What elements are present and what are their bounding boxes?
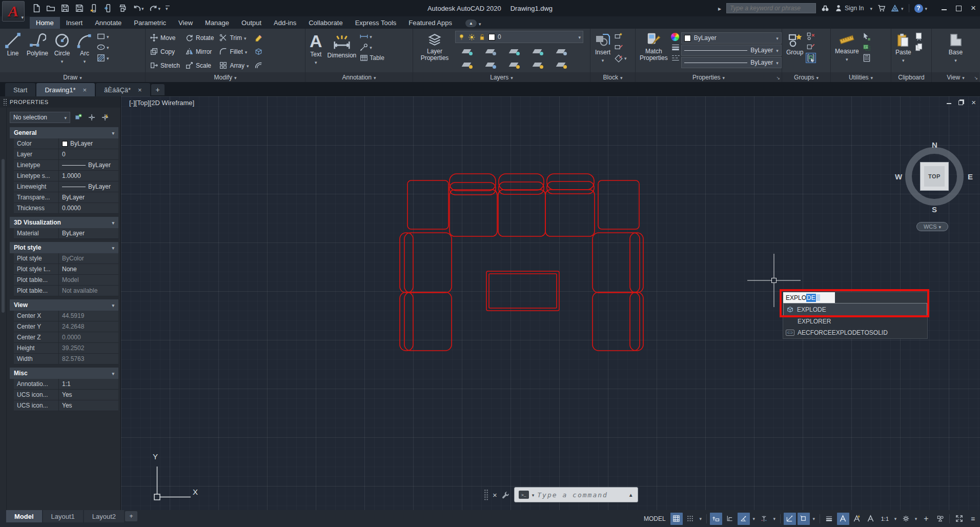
isolate-objects-button[interactable] xyxy=(934,513,946,525)
measure-chevron-icon[interactable] xyxy=(846,56,848,63)
insert-block-button[interactable]: Insert xyxy=(593,31,613,65)
help-search-input[interactable] xyxy=(726,3,816,13)
save-to-mobile-button[interactable] xyxy=(104,4,113,13)
property-value[interactable]: 82.5763 xyxy=(59,354,118,364)
ribbon-tab-parametric[interactable]: Parametric xyxy=(128,17,172,29)
layer-lock-button[interactable] xyxy=(533,48,543,54)
property-row[interactable]: Plot table... Not available xyxy=(14,286,118,296)
redo-button[interactable] xyxy=(149,4,161,13)
new-tab-button[interactable]: + xyxy=(151,84,165,95)
block-attributes-button[interactable] xyxy=(614,53,627,63)
property-value[interactable]: 1.0000 xyxy=(59,171,118,181)
quick-select-button[interactable] xyxy=(862,32,871,41)
property-value[interactable]: 24.2648 xyxy=(59,321,118,332)
leader-chevron-icon[interactable] xyxy=(370,44,372,51)
file-tab-start[interactable]: Start xyxy=(5,83,35,96)
suggestion-explorer[interactable]: EXPLORER xyxy=(783,316,927,327)
lineweight-toggle[interactable] xyxy=(823,513,835,525)
recent-commands-chevron-icon[interactable] xyxy=(532,491,535,498)
wcs-menu-button[interactable]: WCS xyxy=(916,222,948,231)
rectangle-button[interactable] xyxy=(96,32,109,41)
command-customize-wrench-icon[interactable] xyxy=(501,491,510,499)
ribbon-tab-home[interactable]: Home xyxy=(30,17,60,29)
arc-button[interactable]: Arc xyxy=(74,31,95,66)
fillet-button[interactable]: Fillet xyxy=(217,47,251,56)
layout1-tab[interactable]: Layout1 xyxy=(43,510,83,522)
property-value[interactable]: None xyxy=(59,264,118,274)
group-selection-toggle[interactable] xyxy=(806,53,815,63)
ribbon-tab-featured-apps[interactable]: Featured Apps xyxy=(402,17,458,29)
line-button[interactable]: Line xyxy=(2,31,24,58)
open-button[interactable] xyxy=(46,4,55,13)
scale-button[interactable]: Scale xyxy=(183,61,216,70)
autoscale-toggle[interactable] xyxy=(851,513,863,525)
property-row[interactable]: Width 82.5763 xyxy=(14,354,118,364)
property-row[interactable]: Center X 44.5919 xyxy=(14,311,118,321)
groups-panel-label[interactable]: Groups xyxy=(782,72,830,82)
text-chevron-icon[interactable] xyxy=(315,59,317,66)
new-drawing-button[interactable] xyxy=(32,4,41,13)
rotate-button[interactable]: Rotate xyxy=(183,33,216,42)
palette-grip-icon[interactable] xyxy=(3,98,7,106)
group-edit-button[interactable] xyxy=(806,43,815,52)
base-button[interactable]: Base xyxy=(945,31,967,65)
lineweight-chevron-icon[interactable] xyxy=(776,47,779,54)
ellipse-button[interactable] xyxy=(96,43,109,52)
explode-button[interactable] xyxy=(252,47,265,56)
ribbon-tab-annotate[interactable]: Annotate xyxy=(89,17,128,29)
arc-dropdown-chevron-icon[interactable] xyxy=(84,58,86,65)
dynamic-input-toggle[interactable] xyxy=(710,513,722,525)
property-value[interactable]: ByLayer xyxy=(59,160,118,170)
object-snap-tracking-toggle[interactable] xyxy=(784,513,796,525)
grid-toggle[interactable] xyxy=(670,513,683,525)
property-value[interactable]: ByLayer xyxy=(59,192,118,202)
paste-chevron-icon[interactable] xyxy=(902,57,905,64)
ellipse-chevron-icon[interactable] xyxy=(107,44,109,51)
text-button[interactable]: A Text xyxy=(308,31,324,67)
section-header[interactable]: Misc xyxy=(10,368,118,379)
ribbon-tab-view[interactable]: View xyxy=(172,17,199,29)
linetype-combo[interactable]: ByLayer xyxy=(681,57,782,68)
view-panel-label[interactable]: View xyxy=(932,72,979,82)
layer-paint-button[interactable] xyxy=(556,62,566,68)
app-store-button[interactable] xyxy=(877,4,886,12)
snap-toggle[interactable] xyxy=(684,513,697,525)
select-all-button[interactable] xyxy=(862,43,871,52)
property-value[interactable]: 0.0000 xyxy=(59,332,118,342)
property-row[interactable]: Center Z 0.0000 xyxy=(14,332,118,343)
section-header[interactable]: 3D Visualization xyxy=(10,217,118,228)
linetype-chevron-icon[interactable] xyxy=(776,59,779,66)
isometric-chevron-icon[interactable] xyxy=(772,516,777,521)
property-value[interactable]: 1:1 xyxy=(59,379,118,389)
property-row[interactable]: Material ByLayer xyxy=(14,228,118,239)
trim-button[interactable]: Trim xyxy=(217,33,251,42)
ribbon-display-chevron-icon[interactable] xyxy=(479,20,481,27)
polar-tracking-toggle[interactable] xyxy=(738,513,750,525)
block-attributes-chevron-icon[interactable] xyxy=(624,54,627,62)
open-from-mobile-button[interactable] xyxy=(89,4,98,13)
property-row[interactable]: Plot style t... None xyxy=(14,264,118,275)
property-row[interactable]: UCS icon... Yes xyxy=(14,400,118,411)
model-tab[interactable]: Model xyxy=(6,510,42,522)
viewcube-south[interactable]: S xyxy=(932,205,937,214)
workspace-chevron-icon[interactable] xyxy=(913,516,918,521)
command-history-toggle-icon[interactable]: ▲ xyxy=(628,492,634,498)
rectangle-chevron-icon[interactable] xyxy=(107,33,109,40)
property-row[interactable]: UCS icon... Yes xyxy=(14,390,118,400)
draw-panel-label[interactable]: Draw xyxy=(0,72,145,82)
isometric-drafting-toggle[interactable] xyxy=(758,513,770,525)
ribbon-tab-addins[interactable]: Add-ins xyxy=(268,17,302,29)
move-button[interactable]: Move xyxy=(148,33,182,42)
property-row[interactable]: Linetype s... 1.0000 xyxy=(14,171,118,181)
close-tab-icon[interactable] xyxy=(83,86,87,94)
command-prompt-icon[interactable]: >_ xyxy=(519,491,529,499)
close-button[interactable] xyxy=(971,3,976,13)
property-row[interactable]: Plot style ByColor xyxy=(14,253,118,264)
hatch-chevron-icon[interactable] xyxy=(107,54,109,62)
properties-panel-label[interactable]: Properties xyxy=(636,72,782,82)
save-as-button[interactable] xyxy=(75,4,84,13)
layer-thaw-button[interactable] xyxy=(509,62,519,68)
suggestion-aecforceexplodetosolid[interactable]: ⊂⊃ AECFORCEEXPLODETOSOLID xyxy=(783,327,927,338)
layer-select-combo[interactable]: 0 xyxy=(455,31,583,43)
ortho-toggle[interactable] xyxy=(724,513,736,525)
